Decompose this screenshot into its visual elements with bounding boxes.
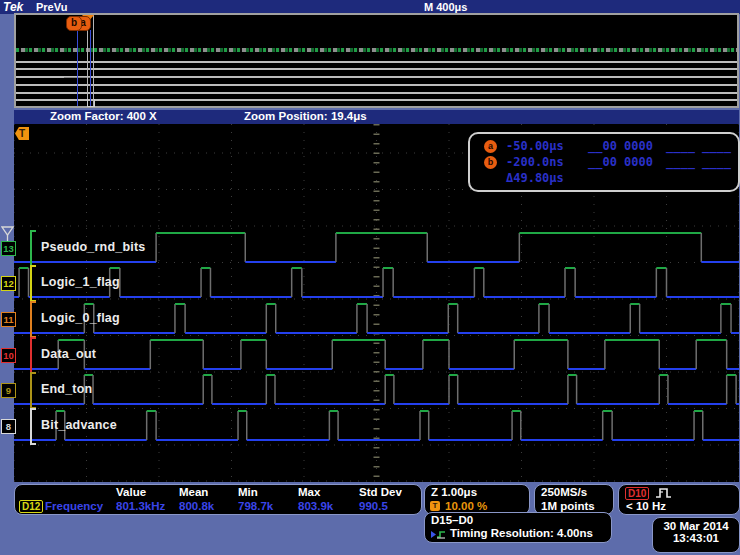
zoom-position-label: Zoom Position: 19.4μs (244, 110, 367, 122)
channel-number-badge[interactable]: 10 (1, 348, 16, 363)
zoom-info-bar: Zoom Factor: 400 X Zoom Position: 19.4μs (14, 110, 739, 124)
time-label: 13:43:01 (653, 532, 739, 544)
measurement-name: Frequency (45, 500, 103, 512)
cursor-delta: Δ49.80μs (506, 171, 564, 185)
cursor-b-bits: ____ ____ (666, 155, 731, 169)
cursor-b-marker[interactable]: b (66, 16, 82, 31)
channel-label[interactable]: Logic_1_flag (41, 275, 120, 289)
channel-number-badge[interactable]: 11 (1, 312, 16, 327)
overview-cursor-a-line (77, 30, 78, 106)
overview-channel-line (16, 92, 737, 94)
channel-bracket (30, 265, 36, 302)
measurement-value: 801.3kHz (116, 500, 165, 512)
channel-label[interactable]: Bit_advance (41, 418, 117, 432)
channel-bracket (30, 372, 36, 409)
channel-label[interactable]: End_ton (41, 382, 92, 396)
overview-channel-line (16, 61, 737, 63)
datetime-box: 30 Mar 2014 13:43:01 (652, 517, 740, 553)
channel-bracket (30, 301, 36, 338)
cursor-readout-box: a -50.00μs __00 0000 ____ ____ b -200.0n… (468, 132, 740, 192)
overview-activity-trace (16, 48, 737, 52)
trigger-source-badge: D10 (625, 487, 649, 500)
overview-channel-line (16, 76, 737, 78)
measurement-readout-box: Value Mean Min Max Std Dev D12 Frequency… (14, 484, 422, 515)
channel-number-badge[interactable]: 9 (1, 383, 16, 398)
measurement-min: 798.7k (238, 500, 273, 512)
channel-number-badge[interactable]: 8 (1, 419, 16, 434)
measurement-mean: 800.8k (179, 500, 214, 512)
channel-number-badge[interactable]: 13 (1, 241, 16, 256)
oscilloscope-screen: Tek PreVu M 400μs a b Zoom Factor: 400 X… (0, 0, 740, 555)
overview-cursor-b-line (90, 30, 91, 106)
sample-rate-label: 250MS/s (535, 485, 593, 499)
channel-number-badge[interactable]: 12 (1, 276, 16, 291)
channel-label[interactable]: Logic_0_flag (41, 311, 120, 325)
tek-logo: Tek (3, 0, 23, 14)
acquisition-info-box[interactable]: 250MS/s 1M points (534, 484, 614, 515)
channel-label[interactable]: Pseudo_rnd_bits (41, 240, 145, 254)
overview-channel-line (16, 68, 737, 70)
channel-bracket (30, 408, 36, 445)
channel-bracket (30, 337, 36, 374)
meas-header-mean: Mean (179, 486, 208, 498)
overview-channel-line (16, 99, 737, 101)
cursor-a-time: -50.00μs (506, 139, 564, 153)
zoom-scale-label: Z 1.00μs (425, 485, 483, 499)
meas-header-min: Min (238, 486, 258, 498)
measurement-stddev: 990.5 (359, 500, 388, 512)
cursor-a-value: __00 0000 (588, 139, 653, 153)
record-length-label: 1M points (535, 499, 601, 513)
top-status-bar: Tek PreVu M 400μs (0, 0, 740, 14)
measurement-source-badge: D12 (19, 500, 43, 513)
trigger-pulse-icon (655, 487, 673, 499)
trigger-t-icon: T (430, 501, 440, 511)
cursor-a-badge: a (484, 140, 497, 153)
bus-name-label: D15–D0 (425, 513, 479, 527)
main-timebase-label: M 400μs (424, 1, 467, 13)
measurement-max: 803.9k (298, 500, 333, 512)
digital-bus-info-box[interactable]: D15–D0 Timing Resolution: 4.00ns (424, 512, 612, 543)
cursor-b-badge: b (484, 156, 497, 169)
timing-resolution-label: Timing Resolution: 4.00ns (450, 527, 593, 539)
record-overview-window: a b (14, 13, 739, 108)
cursor-a-bits: ____ ____ (666, 139, 731, 153)
trigger-info-box[interactable]: D10 < 10 Hz (618, 484, 740, 515)
overview-channel-line (16, 84, 737, 86)
zoom-window-right-edge[interactable] (93, 15, 94, 106)
cursor-b-time: -200.0ns (506, 155, 564, 169)
zoom-factor-label: Zoom Factor: 400 X (50, 110, 157, 122)
date-label: 30 Mar 2014 (653, 518, 739, 532)
cursor-b-value: __00 0000 (588, 155, 653, 169)
zoom-window-bracket (87, 99, 95, 107)
meas-header-value: Value (116, 486, 146, 498)
zoom-scale-box[interactable]: Z 1.00μs T 10.00 % (424, 484, 530, 515)
trigger-frequency-label: < 10 Hz (626, 500, 666, 512)
zoom-percent-label: 10.00 % (445, 500, 487, 512)
timing-resolution-icon (431, 529, 447, 540)
meas-header-stddev: Std Dev (359, 486, 402, 498)
channel-label[interactable]: Data_out (41, 347, 96, 361)
meas-header-max: Max (298, 486, 320, 498)
channel-bracket (30, 230, 36, 267)
acquisition-mode-label: PreVu (36, 1, 67, 13)
